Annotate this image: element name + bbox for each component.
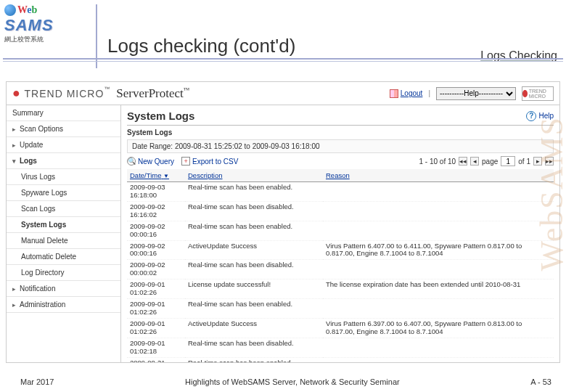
- export-csv-button[interactable]: + Export to CSV: [181, 157, 238, 166]
- sidebar-item-label: Logs: [20, 157, 37, 165]
- cell-desc: Real-time scan has been enabled.: [185, 299, 323, 319]
- sidebar-item-label: Spyware Logs: [21, 189, 67, 197]
- panel-title: System Logs: [127, 128, 554, 136]
- table-row: 2009-09-01 01:02:18Real-time scan has be…: [127, 338, 554, 357]
- footer-page-number: A - 53: [530, 377, 551, 386]
- logo-web-text: Web: [17, 4, 37, 16]
- app-body: Summary▸Scan Options▸Update▾LogsVirus Lo…: [7, 105, 559, 362]
- cell-dt: 2009-09-01 01:02:26: [127, 318, 185, 338]
- table-row: 2009-08-31 15:45:02Real-time scan has be…: [127, 357, 554, 362]
- sidebar-item-label: System Logs: [21, 221, 66, 229]
- trend-micro-logo: ● TREND MICRO™: [12, 86, 110, 101]
- cell-desc: License update successful!: [185, 279, 323, 299]
- cell-dt: 2009-09-01 01:02:18: [127, 338, 185, 357]
- pager-page-label: page: [482, 158, 498, 166]
- toolbar: 🔍 New Query + Export to CSV 1 - 10 of 10…: [127, 156, 554, 166]
- help-link[interactable]: ? Help: [526, 111, 554, 121]
- sidebar: Summary▸Scan Options▸Update▾LogsVirus Lo…: [7, 105, 121, 362]
- cell-dt: 2009-09-02 00:00:16: [127, 221, 185, 240]
- logout-icon: [390, 89, 398, 98]
- header-divider-horizontal-thin: [3, 61, 563, 62]
- websams-logo: Web SAMS 網上校管系統: [4, 4, 91, 55]
- export-csv-label: Export to CSV: [192, 158, 238, 166]
- pager-of-label: of 1: [518, 158, 530, 166]
- cell-desc: Real-time scan has been enabled.: [185, 357, 323, 362]
- pager-prev-button[interactable]: ◂: [470, 157, 479, 166]
- table-row: 2009-09-03 16:18:00Real-time scan has be…: [127, 182, 554, 202]
- logo-sams-text: SAMS: [4, 16, 91, 35]
- cell-dt: 2009-08-31 15:45:02: [127, 357, 185, 362]
- sidebar-item-label: Log Directory: [21, 269, 64, 277]
- cell-dt: 2009-09-02 00:00:02: [127, 260, 185, 279]
- cell-reason: [323, 221, 554, 240]
- col-reason[interactable]: Reason: [323, 169, 554, 182]
- cell-desc: ActiveUpdate Success: [185, 318, 323, 338]
- serverprotect-app: ● TREND MICRO™ ServerProtect™ Logout | -…: [6, 81, 560, 363]
- sidebar-item-scan-options[interactable]: ▸Scan Options: [7, 121, 120, 137]
- chevron-right-icon: ▸: [12, 142, 16, 149]
- slide-header: Web SAMS 網上校管系統 Logs checking (cont'd) L…: [0, 0, 566, 73]
- sidebar-item-label: Virus Logs: [21, 173, 55, 181]
- log-table: Date/Time ▼ Description Reason 2009-09-0…: [127, 169, 554, 362]
- cell-reason: Virus Pattern 6.407.00 to 6.411.00, Spyw…: [323, 240, 554, 260]
- pager-first-button[interactable]: ◂◂: [459, 157, 467, 166]
- new-query-button[interactable]: 🔍 New Query: [127, 157, 174, 166]
- help-dropdown[interactable]: ----------Help----------: [436, 87, 516, 100]
- main-header: System Logs ? Help: [127, 110, 554, 126]
- col-datetime[interactable]: Date/Time ▼: [127, 169, 185, 182]
- cell-reason: [323, 201, 554, 221]
- help-icon: ?: [526, 111, 536, 121]
- main-content: System Logs ? Help System Logs Date Rang…: [121, 105, 559, 362]
- sidebar-item-spyware-logs[interactable]: Spyware Logs: [7, 185, 120, 201]
- cell-desc: Real-time scan has been disabled.: [185, 201, 323, 221]
- sidebar-item-automatic-delete[interactable]: Automatic Delete: [7, 249, 120, 265]
- cell-dt: 2009-09-01 01:02:26: [127, 299, 185, 319]
- pager: 1 - 10 of 10 ◂◂ ◂ page of 1 ▸ ▸▸: [419, 156, 554, 166]
- pager-page-input[interactable]: [501, 156, 515, 166]
- col-description[interactable]: Description: [185, 169, 323, 182]
- new-query-label: New Query: [138, 158, 174, 166]
- trend-mini-dot-icon: [522, 90, 528, 97]
- cell-dt: 2009-09-02 00:00:16: [127, 240, 185, 260]
- logout-link[interactable]: Logout: [390, 89, 423, 98]
- trademark-symbol: ™: [104, 86, 110, 92]
- sidebar-item-virus-logs[interactable]: Virus Logs: [7, 169, 120, 185]
- sidebar-item-label: Automatic Delete: [21, 253, 76, 261]
- page-title: System Logs: [127, 110, 194, 122]
- footer-caption: Highlights of WebSAMS Server, Network & …: [54, 377, 530, 386]
- cell-reason: [323, 299, 554, 319]
- table-row: 2009-09-01 01:02:26Real-time scan has be…: [127, 299, 554, 319]
- cell-reason: [323, 338, 554, 357]
- sidebar-item-system-logs[interactable]: System Logs: [7, 217, 120, 233]
- sidebar-item-logs[interactable]: ▾Logs: [7, 153, 120, 169]
- sidebar-item-label: Manual Delete: [21, 237, 67, 245]
- cell-desc: Real-time scan has been enabled.: [185, 221, 323, 240]
- table-row: 2009-09-02 00:00:16ActiveUpdate SuccessV…: [127, 240, 554, 260]
- search-icon: 🔍: [127, 157, 136, 166]
- cell-desc: Real-time scan has been enabled.: [185, 182, 323, 202]
- sidebar-item-notification[interactable]: ▸Notification: [7, 281, 120, 297]
- sidebar-item-update[interactable]: ▸Update: [7, 137, 120, 153]
- cell-desc: Real-time scan has been disabled.: [185, 260, 323, 279]
- sort-desc-icon: ▼: [163, 173, 169, 179]
- pager-last-button[interactable]: ▸▸: [545, 157, 554, 166]
- cell-reason: The license expiration date has been ext…: [323, 279, 554, 299]
- trend-brand-text: TREND MICRO: [25, 88, 104, 99]
- cell-reason: [323, 357, 554, 362]
- chevron-down-icon: ▾: [12, 158, 16, 165]
- chevron-right-icon: ▸: [12, 301, 16, 309]
- sidebar-item-administration[interactable]: ▸Administration: [7, 297, 120, 313]
- logout-label: Logout: [401, 89, 423, 97]
- cell-desc: ActiveUpdate Success: [185, 240, 323, 260]
- cell-reason: [323, 182, 554, 202]
- sidebar-item-log-directory[interactable]: Log Directory: [7, 265, 120, 281]
- logo-chinese-text: 網上校管系統: [4, 35, 91, 44]
- sidebar-item-scan-logs[interactable]: Scan Logs: [7, 201, 120, 217]
- table-row: 2009-09-01 01:02:26ActiveUpdate SuccessV…: [127, 318, 554, 338]
- table-row: 2009-09-02 00:00:16Real-time scan has be…: [127, 221, 554, 240]
- pager-next-button[interactable]: ▸: [533, 157, 542, 166]
- sidebar-item-manual-delete[interactable]: Manual Delete: [7, 233, 120, 249]
- sidebar-item-summary[interactable]: Summary: [7, 105, 120, 121]
- slide-footer: Mar 2017 Highlights of WebSAMS Server, N…: [0, 377, 566, 386]
- chevron-right-icon: ▸: [12, 285, 16, 293]
